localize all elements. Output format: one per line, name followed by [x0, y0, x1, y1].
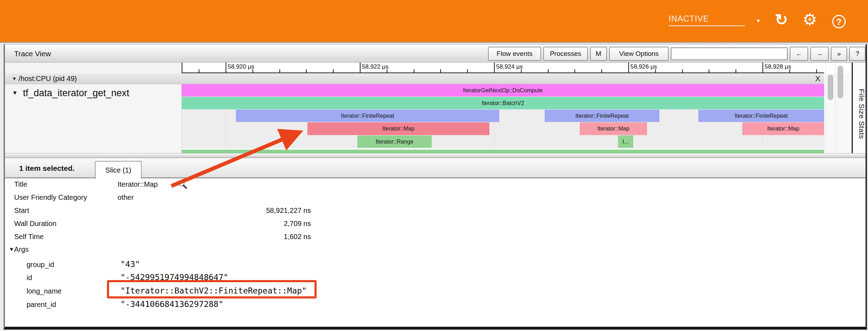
axis-tick-minor [601, 69, 602, 72]
timeline-axis: 58,920 µs58,922 µs58,924 µs58,926 µs58,9… [182, 63, 824, 73]
partial-slice-row [182, 150, 824, 153]
selection-summary: 1 item selected. [19, 158, 74, 178]
close-track-button[interactable]: X [812, 73, 824, 84]
axis-tick-major [628, 63, 629, 72]
arg-value-id: "-5429951974994848647" [120, 273, 228, 282]
detail-value-wall-duration: 2,709 ns [118, 220, 311, 228]
axis-left-filler [5, 63, 182, 73]
trace-slice[interactable]: Iterator::FiniteRepeat [698, 110, 824, 122]
axis-tick-minor [655, 69, 656, 72]
axis-tick-label: 58,926 µs [630, 63, 657, 70]
rail-divider [826, 63, 826, 153]
track-label: ▼ tf_data_iterator_get_next [12, 88, 129, 99]
process-label: ▼ /host:CPU (pid 49) [12, 73, 77, 84]
nav-more-button[interactable]: » [831, 47, 847, 61]
axis-tick-minor [682, 69, 683, 72]
trace-slice[interactable]: Iterator::BatchV2 [182, 97, 824, 109]
trace-slice[interactable]: IteratorGetNextOp::DoCompute [182, 84, 824, 97]
trace-slice[interactable]: I... [618, 135, 633, 148]
axis-boundary-tick [182, 63, 182, 72]
trace-slice[interactable]: Iterator::FiniteRepeat [236, 110, 499, 122]
axis-tick-minor [574, 69, 575, 72]
search-input[interactable] [671, 47, 788, 60]
collapse-caret-icon[interactable]: ▼ [9, 246, 14, 252]
collapse-caret-icon[interactable]: ▼ [12, 90, 18, 96]
axis-tick-major [226, 63, 226, 72]
axis-tick-minor [709, 69, 709, 72]
m-button[interactable]: M [590, 47, 607, 61]
trace-slice[interactable]: Iterator::Map [580, 122, 647, 135]
process-header-row [5, 73, 824, 84]
axis-tick-major [360, 63, 361, 72]
detail-label: Start [14, 207, 29, 215]
axis-tick-minor [199, 69, 199, 72]
axis-tick-minor [306, 69, 307, 72]
detail-value-category: other [118, 193, 134, 202]
arg-value-parent-id: "-344106684136297288" [120, 300, 223, 309]
axis-tick-minor [414, 69, 414, 72]
axis-tick-minor [387, 69, 387, 72]
arg-label: group_id [27, 261, 54, 269]
axis-tick-minor [521, 69, 522, 72]
axis-tick-label: 58,928 µs [765, 63, 791, 70]
tab-slice[interactable]: Slice (1) [95, 161, 142, 179]
refresh-icon[interactable]: ↻ [775, 11, 788, 29]
nav-forward-button[interactable]: → [810, 47, 829, 61]
run-status-dropdown[interactable]: INACTIVE [669, 14, 745, 26]
axis-tick-minor [279, 69, 280, 72]
trace-view-title: Trace View [14, 45, 51, 63]
processes-button[interactable]: Processes [543, 47, 588, 61]
detail-value-title: Iterator::Map [118, 180, 158, 188]
axis-tick-minor [736, 69, 736, 72]
nav-back-button[interactable]: ← [790, 47, 808, 61]
trace-slice[interactable]: Iterator::Map [742, 122, 824, 135]
process-name: /host:CPU (pid 49) [18, 75, 77, 82]
trace-slice[interactable]: Iterator::FiniteRepeat [545, 110, 659, 122]
view-options-button[interactable]: View Options [609, 47, 669, 61]
gear-icon[interactable]: ⚙ [802, 10, 817, 29]
arg-label: parent_id [27, 301, 56, 309]
detail-label: Title [14, 180, 27, 188]
detail-label: User Friendly Category [14, 193, 87, 202]
axis-tick-minor [440, 69, 441, 72]
arg-label: long_name [27, 287, 62, 295]
axis-tick-minor [253, 69, 253, 72]
toolbar-help-button[interactable]: ? [849, 47, 866, 61]
detail-value-start: 58,921,227 ns [118, 207, 311, 215]
arg-label: id [27, 274, 32, 282]
detail-label: Self Time [14, 233, 44, 241]
vertical-scrollbar-thumb[interactable] [828, 75, 833, 100]
axis-tick-minor [789, 69, 790, 72]
trace-canvas[interactable]: IteratorGetNextOp::DoComputeIterator::Ba… [182, 84, 824, 153]
pane-splitter[interactable] [5, 153, 866, 158]
file-size-stats-tab[interactable]: File Size Stats [853, 74, 866, 153]
search-icon[interactable] [178, 180, 187, 189]
axis-tick-label: 58,924 µs [496, 63, 523, 70]
detail-label: Wall Duration [14, 220, 56, 228]
vertical-scrollbar-thumb[interactable] [838, 66, 843, 98]
axis-tick-label: 58,922 µs [362, 63, 388, 70]
help-icon[interactable]: ? [832, 15, 846, 28]
axis-tick-label: 58,920 µs [228, 63, 254, 70]
flow-events-button[interactable]: Flow events [488, 47, 541, 61]
axis-tick-major [762, 63, 763, 72]
track-name: tf_data_iterator_get_next [23, 88, 129, 98]
arg-value-group-id: "43" [120, 260, 140, 269]
arg-value-long-name: "Iterator::BatchV2::FiniteRepeat::Map" [120, 286, 307, 295]
args-title: Args [14, 245, 29, 253]
chevron-down-icon[interactable]: ▼ [756, 18, 761, 24]
axis-tick-minor [333, 69, 334, 72]
rail-divider [835, 63, 836, 153]
axis-tick-minor [467, 69, 468, 72]
args-section-header: ▼Args [9, 245, 29, 254]
collapse-caret-icon[interactable]: ▼ [12, 76, 17, 81]
trace-slice[interactable]: Iterator::Range [357, 135, 432, 148]
trace-slice-selected[interactable]: Iterator::Map [307, 122, 489, 135]
axis-tick-minor [816, 69, 817, 72]
axis-tick-major [494, 63, 495, 72]
detail-value-self-time: 1,602 ns [118, 233, 311, 241]
axis-tick-minor [548, 69, 549, 72]
